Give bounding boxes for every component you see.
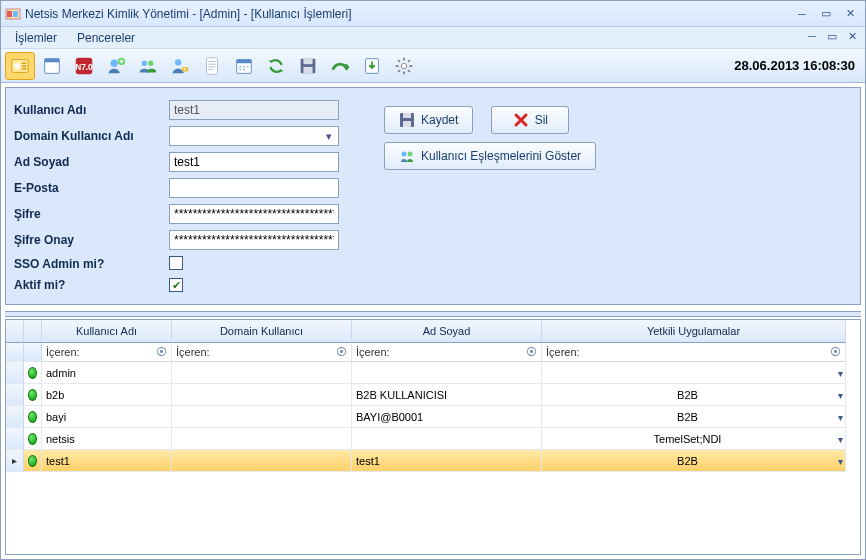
filter-icon[interactable]: ⦿ [526,346,537,358]
input-sifre[interactable] [169,204,339,224]
minimize-button[interactable]: ─ [791,6,813,22]
toolbar: N7.0 28.06.2013 16:08:30 [1,49,865,83]
svg-point-9 [111,59,118,66]
svg-point-28 [408,152,413,157]
save-button[interactable]: Kaydet [384,106,473,134]
toolbar-add-user-icon[interactable] [101,52,131,80]
toolbar-import-icon[interactable] [357,52,387,80]
table-row[interactable]: netsisTemelSet;NDI▾ [6,428,860,450]
filter-adsoyad[interactable]: İçeren:⦿ [352,343,542,362]
data-grid: Kullanıcı Adı Domain Kullanıcı Ad Soyad … [5,319,861,555]
status-active-icon [28,389,37,401]
save-label: Kaydet [421,113,458,127]
filter-icon[interactable]: ⦿ [156,346,167,358]
toolbar-n70-icon[interactable]: N7.0 [69,52,99,80]
filter-icon[interactable]: ⦿ [336,346,347,358]
app-icon [5,6,21,22]
status-cell [24,384,42,406]
label-aktif: Aktif mi? [14,278,169,292]
cell-domain [172,406,352,428]
status-cell [24,362,42,384]
toolbar-refresh-icon[interactable] [261,52,291,80]
row-indicator [6,362,24,384]
input-eposta[interactable] [169,178,339,198]
svg-rect-20 [303,58,312,64]
menubar: İşlemler Pencereler ─ ▭ ✕ [1,27,865,49]
splitter[interactable] [5,311,861,317]
save-icon [399,112,415,128]
cell-kullanici: bayi [42,406,172,428]
col-kullanici[interactable]: Kullanıcı Adı [42,320,172,343]
select-domain-kullanici[interactable]: ▾ [169,126,339,146]
toolbar-save-icon[interactable] [293,52,323,80]
cell-adsoyad: test1 [352,450,542,472]
col-yetkili[interactable]: Yetkili Uygulamalar [542,320,846,343]
cell-kullanici: netsis [42,428,172,450]
svg-point-4 [15,63,21,69]
toolbar-users-group-icon[interactable] [133,52,163,80]
table-row[interactable]: ▸test1test1B2B▾ [6,450,860,472]
toolbar-settings-icon[interactable] [389,52,419,80]
chevron-down-icon[interactable]: ▾ [838,455,843,466]
cell-adsoyad [352,428,542,450]
toolbar-window-icon[interactable] [37,52,67,80]
chevron-down-icon[interactable]: ▾ [838,433,843,444]
svg-point-23 [401,63,407,69]
table-row[interactable]: b2bB2B KULLANICISIB2B▾ [6,384,860,406]
cell-domain [172,428,352,450]
svg-rect-26 [403,121,411,127]
filter-kullanici[interactable]: İçeren:⦿ [42,343,172,362]
col-domain[interactable]: Domain Kullanıcı [172,320,352,343]
delete-icon [513,112,529,128]
menu-pencereler[interactable]: Pencereler [67,28,145,48]
row-indicator: ▸ [6,450,24,472]
row-indicator [6,406,24,428]
cell-yetkili[interactable]: ▾ [542,362,846,384]
filter-domain[interactable]: İçeren:⦿ [172,343,352,362]
filter-icon[interactable]: ⦿ [830,346,841,358]
cell-kullanici: test1 [42,450,172,472]
show-matches-button[interactable]: Kullanıcı Eşleşmelerini Göster [384,142,596,170]
toolbar-document-icon[interactable] [197,52,227,80]
input-kullanici-adi [169,100,339,120]
child-maximize-button[interactable]: ▭ [823,29,841,43]
chevron-down-icon[interactable]: ▾ [838,411,843,422]
col-status [24,320,42,343]
cell-yetkili[interactable]: B2B▾ [542,406,846,428]
input-sifre-onay[interactable] [169,230,339,250]
status-cell [24,450,42,472]
chevron-down-icon[interactable]: ▾ [838,367,843,378]
svg-rect-18 [237,59,252,63]
col-adsoyad[interactable]: Ad Soyad [352,320,542,343]
child-close-button[interactable]: ✕ [843,29,861,43]
filter-yetkili[interactable]: İçeren:⦿ [542,343,846,362]
cell-yetkili[interactable]: TemelSet;NDI▾ [542,428,846,450]
maximize-button[interactable]: ▭ [815,6,837,22]
child-minimize-button[interactable]: ─ [803,29,821,43]
svg-point-15 [184,68,186,70]
table-row[interactable]: admin▾ [6,362,860,384]
toolbar-user-key-icon[interactable] [165,52,195,80]
svg-rect-25 [403,113,411,118]
label-kullanici-adi: Kullanıcı Adı [14,103,169,117]
status-active-icon [28,411,37,423]
cell-yetkili[interactable]: B2B▾ [542,384,846,406]
svg-point-12 [148,60,154,66]
status-active-icon [28,367,37,379]
checkbox-aktif[interactable]: ✔ [169,278,183,292]
input-ad-soyad[interactable] [169,152,339,172]
cell-yetkili[interactable]: B2B▾ [542,450,846,472]
table-row[interactable]: bayiBAYI@B0001B2B▾ [6,406,860,428]
toolbar-calendar-icon[interactable] [229,52,259,80]
cell-domain [172,450,352,472]
status-active-icon [28,455,37,467]
close-button[interactable]: ✕ [839,6,861,22]
checkbox-sso-admin[interactable] [169,256,183,270]
svg-text:N7.0: N7.0 [75,62,93,71]
label-sifre-onay: Şifre Onay [14,233,169,247]
menu-islemler[interactable]: İşlemler [5,28,67,48]
toolbar-export-icon[interactable] [325,52,355,80]
chevron-down-icon[interactable]: ▾ [838,389,843,400]
toolbar-users-icon[interactable] [5,52,35,80]
delete-button[interactable]: Sil [491,106,569,134]
